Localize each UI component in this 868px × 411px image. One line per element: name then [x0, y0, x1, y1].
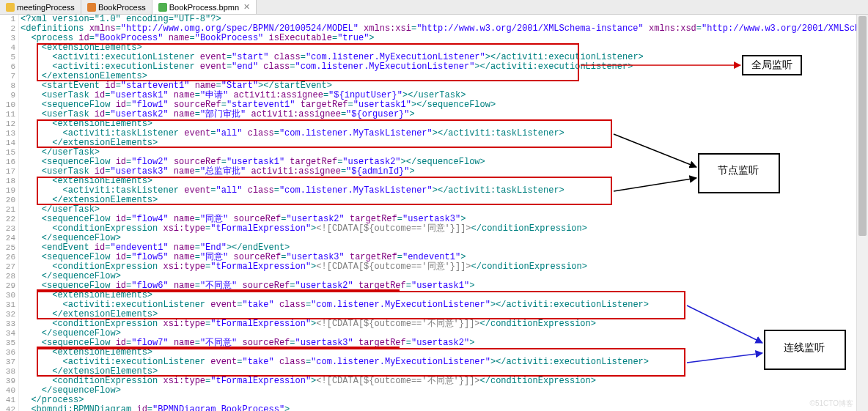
file-icon: [87, 3, 96, 12]
label-global: 全局监听: [742, 55, 802, 75]
tab-label: BookProcess.bpmn: [169, 3, 239, 12]
code-editor[interactable]: 1234567891011121314151617181920212223242…: [0, 15, 868, 411]
label-node: 节点监听: [707, 160, 770, 181]
line-gutter: 1234567891011121314151617181920212223242…: [0, 15, 19, 411]
tab-BookProcess-bpmn[interactable]: BookProcess.bpmn✕: [152, 0, 257, 14]
label-flow: 连线监听: [773, 338, 836, 358]
watermark: ©51CTO博客: [810, 399, 853, 409]
tab-meetingProcess[interactable]: meetingProcess: [0, 0, 81, 14]
vertical-scrollbar[interactable]: [856, 15, 868, 411]
scroll-thumb[interactable]: [858, 16, 867, 236]
close-icon[interactable]: ✕: [243, 2, 250, 12]
editor-tabs: meetingProcessBookProcessBookProcess.bpm…: [0, 0, 868, 15]
tab-BookProcess[interactable]: BookProcess: [81, 0, 152, 14]
file-icon: [158, 3, 167, 12]
code-content[interactable]: <?xml version="1.0" encoding="UTF-8"?><d…: [21, 15, 868, 411]
tab-label: meetingProcess: [17, 3, 75, 12]
file-icon: [6, 3, 15, 12]
tab-label: BookProcess: [98, 3, 146, 12]
